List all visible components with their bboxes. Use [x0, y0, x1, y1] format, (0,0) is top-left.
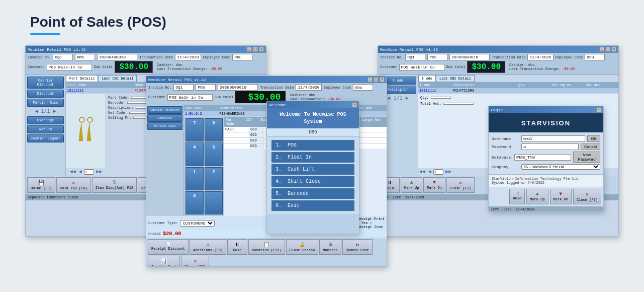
- drive-f8-btn[interactable]: 💾DR/DB (F8): [27, 177, 55, 193]
- num-4[interactable]: 4: [186, 142, 204, 166]
- company-select[interactable]: SV - StarVision IT Pte Ltd: [521, 164, 600, 170]
- m-additions-btn[interactable]: ✚Additions (F8): [190, 239, 226, 255]
- back-left-titlebar: MecWise Retail POS v1.42 _ □ ×: [26, 46, 266, 53]
- main-maximize-btn[interactable]: □: [374, 77, 379, 82]
- num-7[interactable]: 7: [186, 118, 204, 141]
- welcome-close-btn[interactable]: ×: [352, 102, 357, 107]
- database-input[interactable]: [514, 154, 571, 161]
- r-customer[interactable]: POS Walk-in Cu: [399, 64, 444, 70]
- l-mark-up-btn[interactable]: ▲Mark Up: [526, 189, 548, 204]
- menu-item-float-in[interactable]: 2. Float In: [271, 152, 354, 163]
- svg-point-1: [87, 117, 93, 122]
- m-tx-no[interactable]: 20200000016: [218, 84, 258, 91]
- portion-disc-btn[interactable]: Portion Disc: [27, 99, 64, 107]
- last-cbc-tab[interactable]: Last CBC Detail: [98, 75, 137, 82]
- password-input[interactable]: [521, 143, 579, 150]
- main-close-btn[interactable]: ×: [380, 77, 385, 82]
- r-tx-no[interactable]: 20200000016: [449, 54, 490, 60]
- username-input[interactable]: [521, 135, 585, 142]
- cashier-discount-btn[interactable]: Cashier Discount: [27, 77, 64, 89]
- menu-item-barcode[interactable]: 5. Barcode: [271, 188, 354, 199]
- num-8[interactable]: 8: [205, 118, 223, 141]
- main-minimize-btn[interactable]: _: [367, 77, 373, 82]
- m-tx-date[interactable]: 11/4/2020: [296, 84, 321, 91]
- title-underline: [30, 33, 60, 35]
- r-mark-up-btn[interactable]: ▲Mark Up: [401, 177, 422, 193]
- m-cashier-discount[interactable]: Cashier Discount: [147, 106, 182, 114]
- num-1[interactable]: 1: [186, 167, 204, 190]
- nav-arrows-top: ◄ 1/1 ►: [27, 108, 64, 115]
- login-title: Login: [491, 108, 503, 112]
- l-close-btn[interactable]: ✕Close (F7): [573, 189, 601, 204]
- close-btn-r[interactable]: ×: [611, 47, 616, 52]
- num-5[interactable]: 5: [205, 142, 223, 166]
- r-page-input[interactable]: [433, 169, 443, 175]
- maximize-btn-r[interactable]: □: [605, 47, 610, 52]
- close-btn[interactable]: ×: [259, 47, 264, 52]
- m-update-cost-btn[interactable]: ↻Update Cost: [342, 239, 373, 255]
- col-barcode: Part Code: [66, 83, 133, 88]
- num-2[interactable]: 2: [205, 167, 223, 190]
- num-dot[interactable]: .: [205, 191, 223, 214]
- m-close-season-btn[interactable]: 🔒Close Season: [286, 239, 318, 255]
- password-row: Password Cancel: [492, 143, 600, 150]
- r-invoice-no[interactable]: OQ1: [405, 54, 425, 60]
- emp-code[interactable]: dbu: [232, 54, 252, 60]
- menu-item-pos[interactable]: 1. POS: [271, 140, 354, 151]
- cancel-btn[interactable]: Cancel: [581, 143, 600, 150]
- r-table-tab[interactable]: t.ode: [418, 75, 436, 82]
- m-invoice-no[interactable]: OQ1: [173, 84, 194, 91]
- menu-item-shift-close[interactable]: 4. Shift Close: [271, 176, 354, 187]
- minimize-btn-r[interactable]: _: [599, 47, 604, 52]
- m-customer[interactable]: POS Walk-in Cu: [167, 94, 213, 101]
- tx-no[interactable]: 20200400030: [97, 54, 137, 60]
- m-portion-disc[interactable]: Portion Disc: [147, 122, 182, 130]
- m-monitor-btn[interactable]: 🖥Monitor: [319, 239, 341, 255]
- item-disc-btn[interactable]: %Item Disc(Amt) F12: [92, 177, 137, 193]
- login-fields: Username OK Password Cancel Database New…: [489, 132, 603, 174]
- m-customer-type-select[interactable]: CUSTOMERS: [180, 220, 215, 227]
- r-mark-dn-btn[interactable]: ▼Mark Dn: [423, 177, 445, 193]
- page-input[interactable]: [84, 169, 94, 175]
- m-discount[interactable]: Discount: [147, 114, 182, 122]
- m-nms[interactable]: POS: [196, 84, 216, 91]
- minimize-btn[interactable]: _: [247, 47, 252, 52]
- m-receipt-discount[interactable]: 🧾Receipt Discount: [148, 239, 189, 255]
- r-tx-date[interactable]: 11/4/2020: [527, 54, 553, 60]
- menu-item-cash-lift[interactable]: 3. Cash Lift: [271, 164, 354, 175]
- exchange-btn[interactable]: Exchange: [27, 116, 64, 124]
- r-total-input[interactable]: [443, 103, 474, 105]
- nms-field[interactable]: NMS: [75, 54, 95, 60]
- m-close-f7-btn[interactable]: ✕Close (F7): [181, 256, 209, 267]
- menu-item-exit[interactable]: 6. Exit: [271, 200, 354, 211]
- main-title: MecWise Retail POS v1.42: [148, 78, 206, 82]
- m-emp-code[interactable]: dbu: [353, 84, 373, 91]
- maximize-btn[interactable]: □: [253, 47, 258, 52]
- r-close-f7-btn[interactable]: ✕Close (F7): [446, 177, 475, 193]
- tx-date[interactable]: 11/4/2020: [175, 54, 201, 60]
- discount-btn[interactable]: Discount: [27, 90, 64, 98]
- l-mark-dn-btn[interactable]: ▼Mark Dn: [550, 189, 572, 204]
- ok-btn[interactable]: OK: [587, 135, 600, 142]
- main-titlebar: MecWise Retail POS v1.42 _ □ ×: [146, 76, 387, 83]
- m-invoice-cost-btn[interactable]: 📊Invoice Cost: [148, 256, 180, 267]
- void-inv-btn[interactable]: ✕Void Inv (F8): [56, 177, 91, 193]
- invoice-no[interactable]: OQ1: [53, 54, 73, 60]
- cashier-logout-btn[interactable]: Cashier Logout: [27, 134, 64, 142]
- refund-btn[interactable]: Refund: [27, 125, 64, 133]
- login-close-btn[interactable]: ×: [596, 107, 601, 112]
- pos-header: Invoice No. OQ1 NMS 20200400030 Transact…: [26, 53, 266, 75]
- new-password-btn[interactable]: New Password: [573, 152, 600, 163]
- r-table-row[interactable]: 10111111 FCU47C19R5: [418, 88, 618, 94]
- part-details-tab[interactable]: Part Details: [66, 75, 98, 82]
- m-taxation-btn[interactable]: 📋Vacation (F12): [248, 239, 285, 255]
- r-emp-code[interactable]: dbu: [585, 54, 605, 60]
- l-hold-btn[interactable]: ⏸Hold: [509, 189, 525, 204]
- m-hold-btn[interactable]: ⏸Hold: [227, 239, 247, 255]
- company-row: Company SV - StarVision IT Pte Ltd: [492, 164, 600, 170]
- r-last-tab[interactable]: Last CBC Detail: [436, 75, 475, 82]
- num-0[interactable]: 0: [186, 191, 204, 214]
- r-qty-input[interactable]: [431, 97, 451, 99]
- customer-field[interactable]: POS Walk-in Cu: [47, 64, 92, 70]
- r-nms-field[interactable]: POS: [427, 54, 447, 60]
